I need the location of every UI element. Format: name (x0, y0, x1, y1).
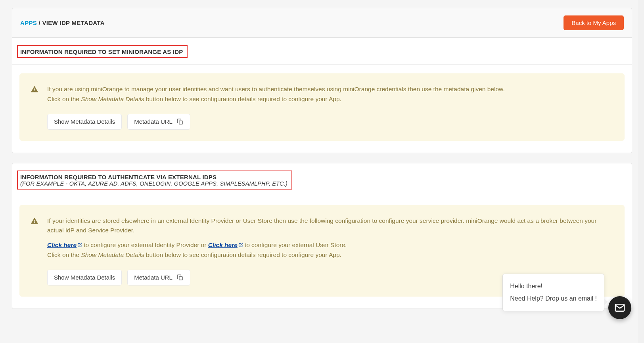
copy-icon (176, 274, 184, 281)
section2-link1-post: to configure your external Identity Prov… (84, 241, 208, 248)
section2-links-line: Click hereto configure your external Ide… (47, 240, 614, 250)
section1-title-highlight: INFORMATION REQUIRED TO SET MINIORANGE A… (17, 45, 188, 58)
section-miniorange-idp: INFORMATION REQUIRED TO SET MINIORANGE A… (12, 38, 632, 153)
external-link-icon (77, 242, 82, 247)
copy-icon (176, 118, 184, 125)
warning-icon (31, 217, 38, 225)
section2-info-line3-pre: Click on the (47, 251, 81, 258)
breadcrumb-current: VIEW IDP METADATA (42, 19, 104, 26)
svg-line-2 (240, 243, 243, 245)
section1-info-line2: Click on the Show Metadata Details butto… (47, 94, 505, 104)
chat-fab-button[interactable] (608, 296, 631, 319)
section2-subtitle: (FOR EXAMPLE - OKTA, AZURE AD, ADFS, ONE… (20, 180, 288, 187)
back-to-apps-button[interactable]: Back to My Apps (564, 15, 624, 30)
svg-rect-3 (179, 277, 182, 280)
svg-line-1 (80, 243, 82, 245)
section1-info-line2-pre: Click on the (47, 96, 81, 102)
section1-info-line2-italic: Show Metadata Details (81, 96, 144, 102)
chat-greeting: Hello there! (510, 280, 597, 292)
click-here-idp-link[interactable]: Click here (47, 241, 77, 248)
show-metadata-button-1[interactable]: Show Metadata Details (47, 114, 122, 130)
mail-icon (614, 302, 626, 314)
show-metadata-label-2: Show Metadata Details (54, 274, 115, 281)
breadcrumb-apps-link[interactable]: APPS (20, 19, 37, 26)
breadcrumb-separator: / (37, 19, 42, 26)
section2-info-line3-post: button below to see configuration detail… (144, 251, 341, 258)
metadata-url-button-2[interactable]: Metadata URL (127, 270, 190, 286)
section1-infobox: If you are using miniOrange to manage yo… (19, 73, 625, 141)
breadcrumb: APPS / VIEW IDP METADATA (20, 19, 105, 26)
section2-info-line3: Click on the Show Metadata Details butto… (47, 250, 614, 260)
show-metadata-button-2[interactable]: Show Metadata Details (47, 270, 122, 286)
section1-info-line2-post: button below to see configuration detail… (144, 96, 341, 102)
show-metadata-label-1: Show Metadata Details (54, 118, 115, 125)
section2-title-highlight: INFORMATION REQUIRED TO AUTHENTICATE VIA… (17, 171, 292, 190)
section2-title: INFORMATION REQUIRED TO AUTHENTICATE VIA… (20, 174, 288, 180)
metadata-url-label-1: Metadata URL (134, 118, 172, 125)
section2-link2-post: to configure your external User Store. (245, 241, 347, 248)
section2-info-line3-italic: Show Metadata Details (81, 251, 144, 258)
metadata-url-button-1[interactable]: Metadata URL (127, 114, 190, 130)
chat-help-text: Need Help? Drop us an email ! (510, 293, 597, 305)
section1-title: INFORMATION REQUIRED TO SET MINIORANGE A… (20, 48, 183, 55)
scrollbar[interactable] (638, 0, 644, 331)
breadcrumb-header: APPS / VIEW IDP METADATA Back to My Apps (12, 8, 632, 38)
section2-info-line1: If your identities are stored elsewhere … (47, 216, 614, 236)
click-here-userstore-link[interactable]: Click here (208, 241, 238, 248)
external-link-icon (238, 242, 243, 247)
metadata-url-label-2: Metadata URL (134, 274, 172, 281)
chat-tooltip: Hello there! Need Help? Drop us an email… (502, 274, 604, 311)
svg-rect-0 (179, 121, 182, 124)
section1-info-line1: If you are using miniOrange to manage yo… (47, 84, 505, 94)
warning-icon (31, 85, 38, 93)
